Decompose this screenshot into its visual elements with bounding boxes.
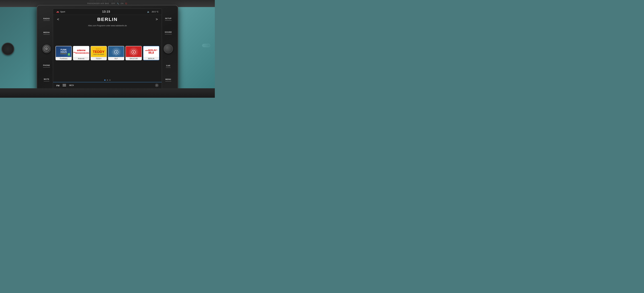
dot-1[interactable] [104,80,106,81]
station-card-berlin[interactable]: radioBERLINrbb 88,8 BERLIN [143,46,159,60]
vent-bar [89,0,95,1]
svg-rect-9 [62,85,66,85]
station-name-dkultur: DKULTUR [126,57,142,60]
vent-bar [102,0,107,1]
vent-bar [96,0,101,1]
station-card-antenne[interactable]: antenne rbbBRANDENBURG Antennb [73,46,89,60]
station-card-dkultur[interactable]: DKULTUR [126,46,142,60]
station-logo-dkultur [126,46,142,57]
screen-bottom: FM [53,82,162,89]
main-screen: 🚗 Sport 13:15 🔈 20.5 °C < BERLIN > [53,9,162,89]
svg-point-13 [156,85,158,86]
power-knob[interactable]: ⏻ [42,45,51,53]
settings-icon[interactable] [155,84,158,88]
volume-knob[interactable] [164,44,173,54]
dashboard: PASSENGER AIR BAG OFF 🔧 ON 🚫 RADIO MEDIA… [0,0,215,98]
vent-bar [96,2,101,2]
top-vents [89,0,126,2]
drive-mode: Sport [60,11,65,13]
svg-rect-12 [70,85,71,85]
vent-bar [89,2,95,2]
station-card-dlf[interactable]: DLF [108,46,124,60]
vent-bar [108,2,113,2]
svg-rect-10 [62,86,66,86]
setup-button[interactable]: SETUP [164,17,172,20]
vent-bar [114,2,119,2]
right-panel: SETUP SOUND CAR MENU [162,9,174,89]
bottom-left: FM [56,84,74,87]
station-card-teddy[interactable]: RADIO TEDDY RADIO FÜR KINDER TEDDY [90,46,107,60]
door-handle [202,44,210,47]
airbag-text: PASSENGER AIR BAG [88,3,109,5]
station-subtitle: Alles zum Programm unter www.radioberlin… [53,24,162,28]
mute-button[interactable]: MUTE [43,77,50,81]
car-button[interactable]: CAR [166,64,171,67]
media-button[interactable]: MEDIA [42,31,50,34]
menu-button[interactable]: MENU [165,78,172,81]
dot-2[interactable] [107,80,108,81]
power-symbol: ⏻ [44,46,50,52]
header-right: 🔈 20.5 °C [147,11,158,13]
screen-header: 🚗 Sport 13:15 🔈 20.5 °C [53,9,162,15]
sound-button[interactable]: SOUND [164,30,173,34]
station-name-teddy: TEDDY [91,57,106,60]
station-logo-funkhaus: FUNK HAUS EUROPA 7 [56,46,72,57]
station-name-berlin: BERLIN [144,57,159,60]
steering-wheel [2,43,14,55]
volume-icon: 🔈 [147,11,150,13]
pagination-dots [53,79,162,82]
nav-row: < BERLIN > [53,15,162,24]
radio-button[interactable]: RADIO [42,17,50,20]
svg-point-7 [133,52,134,53]
station-logo-dlf [108,46,124,57]
svg-point-3 [116,52,117,53]
band-label[interactable]: FM [56,84,60,87]
header-time: 13:15 [102,10,110,13]
vent-bar [120,0,126,1]
airbag-status: OFF [111,3,116,5]
station-card-funkhaus[interactable]: FUNK HAUS EUROPA 7 Funkhaus [56,46,72,60]
screen-main: < BERLIN > Alles zum Programm unter www.… [53,15,162,82]
vent-bar [114,0,119,1]
station-logo-antenne: antenne rbbBRANDENBURG [73,46,89,57]
station-name-antenne: Antennb [73,57,89,60]
temperature: 20.5 °C [152,11,158,13]
airbag-label: PASSENGER AIR BAG OFF 🔧 ON 🚫 [88,3,128,5]
svg-rect-8 [62,84,66,85]
vent-bar [108,0,113,1]
prev-station-button[interactable]: < [57,17,59,22]
scan-icon[interactable] [69,84,74,87]
station-name-funkhaus: Funkhaus [56,57,72,60]
frame-bottom [0,88,215,98]
stations-row: FUNK HAUS EUROPA 7 Funkhaus antenne r [53,28,162,79]
left-panel: RADIO MEDIA ⏻ PHONE MUTE [40,9,53,89]
header-left: 🚗 Sport [56,11,65,13]
car-mode-icon: 🚗 [56,11,59,13]
station-name-dlf: DLF [108,57,124,60]
vent-bar [120,2,126,2]
airbag-on: ON [121,3,124,5]
station-logo-berlin: radioBERLINrbb 88,8 [144,46,159,57]
station-logo-teddy: RADIO TEDDY RADIO FÜR KINDER [91,46,106,57]
current-station-title: BERLIN [97,17,118,22]
phone-button[interactable]: PHONE [42,64,51,67]
vent-bar [102,2,107,2]
dot-3[interactable] [109,80,110,81]
infotainment-unit: RADIO MEDIA ⏻ PHONE MUTE 🚗 Sport 13:15 🔈… [37,5,178,93]
list-view-icon[interactable] [62,84,66,87]
next-station-button[interactable]: > [156,17,158,22]
